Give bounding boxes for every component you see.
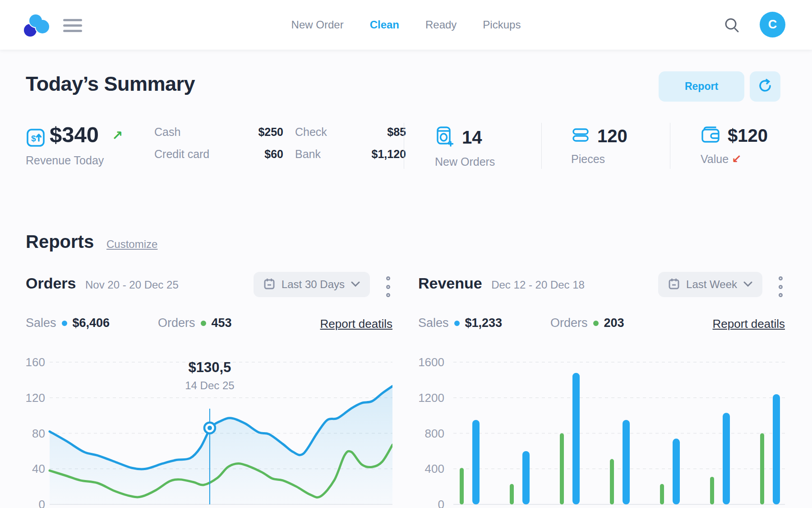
svg-text:0: 0 — [438, 498, 444, 508]
period-dropdown[interactable]: Last Week — [658, 272, 762, 297]
avatar[interactable]: C — [760, 12, 785, 37]
trend-down-icon: ↙ — [732, 152, 742, 166]
calendar-icon — [668, 278, 680, 292]
report-details-link[interactable]: Report deatils — [320, 317, 392, 331]
divider — [670, 123, 670, 169]
refresh-icon — [757, 78, 773, 95]
svg-text:0: 0 — [39, 498, 45, 508]
wallet-icon — [701, 126, 720, 146]
report-button[interactable]: Report — [659, 71, 744, 102]
divider — [541, 123, 542, 169]
svg-text:1600: 1600 — [418, 355, 444, 369]
payment-value: $60 — [237, 148, 283, 161]
stat-new-orders: 14 New Orders — [435, 126, 495, 168]
payment-breakdown: Cash $250 Check $85 Credit card $60 Bank… — [154, 126, 406, 161]
card-title: Revenue — [418, 275, 482, 292]
kebab-menu-icon[interactable] — [383, 275, 392, 298]
orders-value: 453 — [212, 316, 232, 330]
main-nav: New Order Clean Ready Pickups — [0, 0, 812, 50]
orders-label: Orders — [550, 316, 588, 330]
orders-line-chart[interactable]: 16012080400 $130,5 14 Dec 25 — [26, 348, 392, 508]
orders-card: Orders Nov 20 - 20 Dec 25 Last 30 Days S… — [26, 275, 392, 508]
card-title: Orders — [26, 275, 76, 292]
divider — [404, 123, 404, 169]
trend-up-icon: ↗ — [112, 128, 123, 143]
revenue-exchange-icon: $ — [26, 128, 46, 149]
sales-value: $1,233 — [465, 316, 503, 330]
pieces-stack-icon — [571, 126, 590, 146]
refresh-button[interactable] — [750, 71, 780, 102]
svg-text:800: 800 — [425, 427, 444, 440]
payment-label: Credit card — [154, 148, 226, 161]
page-title: Today’s Summary — [26, 72, 195, 96]
card-date-range: Dec 12 - 20 Dec 18 — [491, 279, 585, 291]
period-label: Last Week — [686, 278, 737, 291]
pieces-value: 120 — [597, 126, 627, 146]
new-orders-value: 14 — [462, 127, 482, 148]
nav-item-clean[interactable]: Clean — [370, 19, 399, 31]
period-label: Last 30 Days — [281, 278, 345, 291]
sales-ring-icon — [454, 321, 460, 326]
value-label: Value ↙ — [701, 152, 768, 166]
svg-text:40: 40 — [32, 462, 45, 475]
payment-label: Bank — [295, 148, 339, 161]
svg-text:1200: 1200 — [418, 391, 444, 405]
value-amount: $120 — [728, 126, 768, 146]
svg-text:80: 80 — [32, 427, 45, 440]
nav-item-new-order[interactable]: New Order — [291, 19, 344, 31]
pieces-label: Pieces — [571, 153, 627, 166]
revenue-card: Revenue Dec 12 - 20 Dec 18 Last Week Sal… — [418, 275, 785, 508]
customize-link[interactable]: Customize — [106, 238, 157, 251]
stat-value: $120 Value ↙ — [701, 126, 768, 166]
revenue-today-value: $340 — [50, 122, 99, 147]
payment-value: $1,120 — [351, 148, 406, 161]
sales-ring-icon — [62, 321, 67, 326]
sales-label: Sales — [418, 316, 449, 330]
top-bar: New Order Clean Ready Pickups C — [0, 0, 812, 50]
revenue-today-label: Revenue Today — [26, 154, 104, 167]
kebab-menu-icon[interactable] — [776, 275, 785, 298]
revenue-bar-chart[interactable]: 160012008004000 — [418, 348, 785, 508]
stat-pieces: 120 Pieces — [571, 126, 627, 166]
orders-ring-icon — [201, 321, 206, 326]
reports-title: Reports — [26, 232, 94, 252]
chevron-down-icon — [743, 281, 752, 288]
nav-item-pickups[interactable]: Pickups — [483, 19, 521, 31]
orders-value: 203 — [604, 316, 624, 330]
period-dropdown[interactable]: Last 30 Days — [254, 272, 370, 297]
svg-text:160: 160 — [26, 355, 45, 369]
svg-text:120: 120 — [26, 391, 45, 405]
sales-label: Sales — [26, 316, 56, 330]
calendar-icon — [263, 278, 275, 292]
nav-item-ready[interactable]: Ready — [425, 19, 457, 31]
search-icon[interactable] — [722, 15, 743, 36]
payment-value: $250 — [237, 126, 283, 139]
sales-value: $6,406 — [73, 316, 110, 330]
chevron-down-icon — [351, 281, 360, 288]
payment-label: Check — [295, 126, 339, 139]
orders-ring-icon — [593, 321, 599, 326]
card-date-range: Nov 20 - 20 Dec 25 — [85, 279, 179, 291]
report-details-link[interactable]: Report deatils — [713, 317, 785, 331]
svg-text:400: 400 — [425, 462, 444, 475]
svg-text:$: $ — [31, 134, 36, 143]
payment-label: Cash — [154, 126, 226, 139]
washing-machine-plus-icon — [435, 126, 455, 149]
payment-value: $85 — [351, 126, 406, 139]
new-orders-label: New Orders — [435, 155, 495, 168]
orders-label: Orders — [158, 316, 195, 330]
